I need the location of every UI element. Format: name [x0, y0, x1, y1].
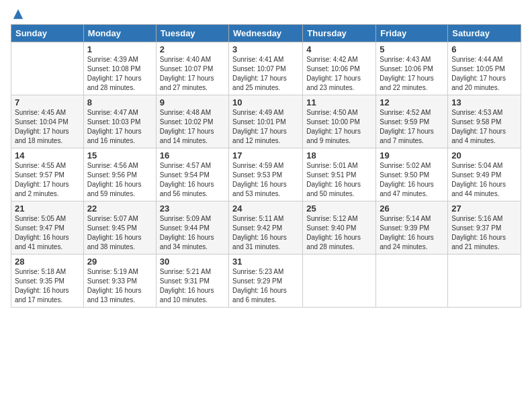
calendar-cell: 5Sunrise: 4:43 AM Sunset: 10:06 PM Dayli…: [376, 42, 448, 95]
day-number: 24: [232, 203, 299, 214]
calendar-week-2: 14Sunrise: 4:55 AM Sunset: 9:57 PM Dayli…: [11, 148, 521, 201]
day-number: 15: [87, 150, 152, 161]
day-info: Sunrise: 5:21 AM Sunset: 9:31 PM Dayligh…: [160, 267, 225, 305]
calendar-cell: 28Sunrise: 5:18 AM Sunset: 9:35 PM Dayli…: [11, 255, 84, 308]
calendar-cell: 24Sunrise: 5:11 AM Sunset: 9:42 PM Dayli…: [229, 201, 303, 255]
calendar-cell: 10Sunrise: 4:49 AM Sunset: 10:01 PM Dayl…: [229, 95, 303, 148]
day-info: Sunrise: 4:39 AM Sunset: 10:08 PM Daylig…: [87, 55, 152, 93]
calendar-week-3: 21Sunrise: 5:05 AM Sunset: 9:47 PM Dayli…: [11, 201, 521, 255]
day-number: 20: [451, 150, 517, 161]
calendar-cell: 11Sunrise: 4:50 AM Sunset: 10:00 PM Dayl…: [303, 95, 376, 148]
day-info: Sunrise: 4:48 AM Sunset: 10:02 PM Daylig…: [160, 108, 225, 146]
calendar-week-1: 7Sunrise: 4:45 AM Sunset: 10:04 PM Dayli…: [11, 95, 521, 148]
calendar-cell: 22Sunrise: 5:07 AM Sunset: 9:45 PM Dayli…: [83, 201, 156, 255]
day-number: 17: [232, 150, 299, 161]
day-number: 5: [380, 44, 444, 54]
day-number: 11: [306, 97, 372, 107]
day-info: Sunrise: 4:59 AM Sunset: 9:53 PM Dayligh…: [232, 161, 299, 199]
calendar-cell: 31Sunrise: 5:23 AM Sunset: 9:29 PM Dayli…: [229, 255, 303, 308]
calendar-cell: 4Sunrise: 4:42 AM Sunset: 10:06 PM Dayli…: [303, 42, 376, 95]
day-info: Sunrise: 5:12 AM Sunset: 9:40 PM Dayligh…: [306, 214, 372, 252]
page: SundayMondayTuesdayWednesdayThursdayFrid…: [0, 0, 532, 411]
calendar-cell: 17Sunrise: 4:59 AM Sunset: 9:53 PM Dayli…: [229, 148, 303, 201]
day-number: 25: [306, 203, 372, 214]
calendar-cell: 19Sunrise: 5:02 AM Sunset: 9:50 PM Dayli…: [376, 148, 448, 201]
day-info: Sunrise: 4:49 AM Sunset: 10:01 PM Daylig…: [232, 108, 299, 146]
calendar-cell: 30Sunrise: 5:21 AM Sunset: 9:31 PM Dayli…: [156, 255, 228, 308]
calendar-cell: 23Sunrise: 5:09 AM Sunset: 9:44 PM Dayli…: [156, 201, 228, 255]
day-number: 21: [15, 203, 80, 214]
calendar-cell: 21Sunrise: 5:05 AM Sunset: 9:47 PM Dayli…: [11, 201, 84, 255]
calendar-cell: 18Sunrise: 5:01 AM Sunset: 9:51 PM Dayli…: [303, 148, 376, 201]
day-number: 28: [15, 257, 80, 267]
day-number: 26: [380, 203, 444, 214]
calendar-header-saturday: Saturday: [448, 25, 521, 42]
calendar-cell: [376, 255, 448, 308]
svg-marker-0: [13, 9, 23, 19]
calendar-header-row: SundayMondayTuesdayWednesdayThursdayFrid…: [11, 25, 521, 42]
day-info: Sunrise: 4:56 AM Sunset: 9:56 PM Dayligh…: [87, 161, 152, 199]
day-number: 7: [15, 97, 80, 107]
day-number: 2: [160, 44, 225, 54]
day-number: 18: [306, 150, 372, 161]
day-number: 4: [306, 44, 372, 54]
calendar-header-tuesday: Tuesday: [156, 25, 228, 42]
day-number: 22: [87, 203, 152, 214]
day-info: Sunrise: 5:09 AM Sunset: 9:44 PM Dayligh…: [160, 214, 225, 252]
calendar-header-thursday: Thursday: [303, 25, 376, 42]
calendar-header-monday: Monday: [83, 25, 156, 42]
day-info: Sunrise: 4:53 AM Sunset: 9:58 PM Dayligh…: [451, 108, 517, 146]
day-info: Sunrise: 5:01 AM Sunset: 9:51 PM Dayligh…: [306, 161, 372, 199]
day-info: Sunrise: 4:45 AM Sunset: 10:04 PM Daylig…: [15, 108, 80, 146]
day-info: Sunrise: 4:41 AM Sunset: 10:07 PM Daylig…: [232, 55, 299, 93]
day-number: 8: [87, 97, 152, 107]
day-number: 13: [451, 97, 517, 107]
day-info: Sunrise: 5:05 AM Sunset: 9:47 PM Dayligh…: [15, 214, 80, 252]
day-number: 30: [160, 257, 225, 267]
day-number: 19: [380, 150, 444, 161]
day-info: Sunrise: 4:40 AM Sunset: 10:07 PM Daylig…: [160, 55, 225, 93]
calendar-cell: 14Sunrise: 4:55 AM Sunset: 9:57 PM Dayli…: [11, 148, 84, 201]
day-number: 16: [160, 150, 225, 161]
day-number: 1: [87, 44, 152, 54]
calendar-cell: 1Sunrise: 4:39 AM Sunset: 10:08 PM Dayli…: [83, 42, 156, 95]
calendar-cell: 29Sunrise: 5:19 AM Sunset: 9:33 PM Dayli…: [83, 255, 156, 308]
day-info: Sunrise: 4:47 AM Sunset: 10:03 PM Daylig…: [87, 108, 152, 146]
day-info: Sunrise: 4:55 AM Sunset: 9:57 PM Dayligh…: [15, 161, 80, 199]
day-number: 23: [160, 203, 225, 214]
day-info: Sunrise: 5:14 AM Sunset: 9:39 PM Dayligh…: [380, 214, 444, 252]
day-number: 14: [15, 150, 80, 161]
calendar-week-4: 28Sunrise: 5:18 AM Sunset: 9:35 PM Dayli…: [11, 255, 521, 308]
day-number: 12: [380, 97, 444, 107]
day-number: 10: [232, 97, 299, 107]
day-number: 29: [87, 257, 152, 267]
calendar-cell: [303, 255, 376, 308]
logo-icon: [12, 8, 24, 20]
day-info: Sunrise: 4:50 AM Sunset: 10:00 PM Daylig…: [306, 108, 372, 146]
day-info: Sunrise: 5:04 AM Sunset: 9:49 PM Dayligh…: [451, 161, 517, 199]
calendar-header-sunday: Sunday: [11, 25, 84, 42]
calendar-cell: 20Sunrise: 5:04 AM Sunset: 9:49 PM Dayli…: [448, 148, 521, 201]
logo: [11, 8, 24, 20]
day-info: Sunrise: 5:23 AM Sunset: 9:29 PM Dayligh…: [232, 267, 299, 305]
header: [11, 8, 521, 20]
calendar-cell: 6Sunrise: 4:44 AM Sunset: 10:05 PM Dayli…: [448, 42, 521, 95]
day-number: 27: [451, 203, 517, 214]
calendar-cell: 7Sunrise: 4:45 AM Sunset: 10:04 PM Dayli…: [11, 95, 84, 148]
day-info: Sunrise: 5:16 AM Sunset: 9:37 PM Dayligh…: [451, 214, 517, 252]
calendar-cell: [448, 255, 521, 308]
day-number: 3: [232, 44, 299, 54]
calendar-cell: 9Sunrise: 4:48 AM Sunset: 10:02 PM Dayli…: [156, 95, 228, 148]
day-info: Sunrise: 5:07 AM Sunset: 9:45 PM Dayligh…: [87, 214, 152, 252]
calendar-cell: 13Sunrise: 4:53 AM Sunset: 9:58 PM Dayli…: [448, 95, 521, 148]
day-number: 9: [160, 97, 225, 107]
calendar-cell: 2Sunrise: 4:40 AM Sunset: 10:07 PM Dayli…: [156, 42, 228, 95]
calendar-cell: 25Sunrise: 5:12 AM Sunset: 9:40 PM Dayli…: [303, 201, 376, 255]
calendar-week-0: 1Sunrise: 4:39 AM Sunset: 10:08 PM Dayli…: [11, 42, 521, 95]
calendar-cell: 8Sunrise: 4:47 AM Sunset: 10:03 PM Dayli…: [83, 95, 156, 148]
day-number: 6: [451, 44, 517, 54]
calendar-table: SundayMondayTuesdayWednesdayThursdayFrid…: [11, 24, 521, 308]
calendar-cell: 15Sunrise: 4:56 AM Sunset: 9:56 PM Dayli…: [83, 148, 156, 201]
day-info: Sunrise: 5:19 AM Sunset: 9:33 PM Dayligh…: [87, 267, 152, 305]
calendar-cell: 12Sunrise: 4:52 AM Sunset: 9:59 PM Dayli…: [376, 95, 448, 148]
